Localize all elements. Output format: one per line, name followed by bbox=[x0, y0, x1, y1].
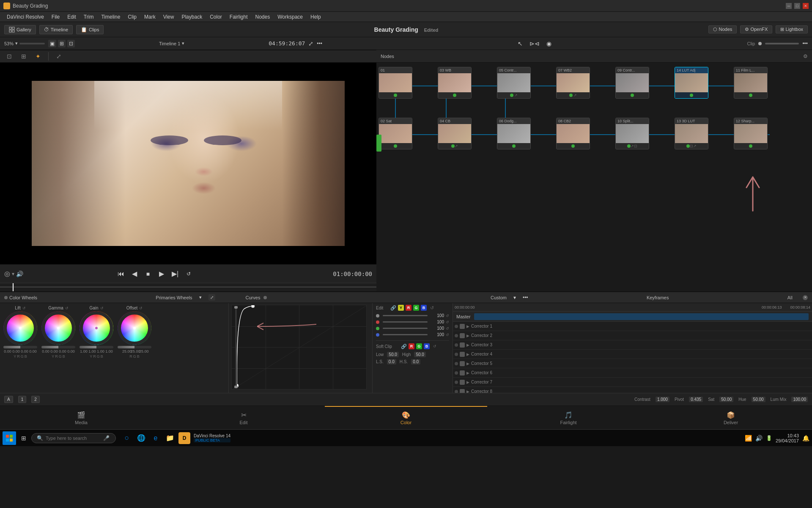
tab-deliver[interactable]: 📦 Deliver bbox=[650, 406, 812, 429]
timeline-scrubber[interactable] bbox=[0, 283, 376, 291]
gain-scrubber[interactable] bbox=[80, 346, 113, 348]
lum-mix-value[interactable]: 100.00 bbox=[791, 397, 808, 402]
channel-y-btn[interactable]: Y bbox=[398, 305, 404, 311]
view-btn-1[interactable]: ▣ bbox=[48, 40, 56, 47]
primaries-dropdown[interactable]: ▾ bbox=[199, 295, 202, 300]
menu-mark[interactable]: Mark bbox=[141, 13, 159, 21]
custom-dropdown[interactable]: ▾ bbox=[513, 295, 516, 301]
view-btn-2[interactable]: ⊞ bbox=[58, 40, 66, 47]
cortana-icon[interactable]: ○ bbox=[121, 432, 133, 444]
clip-slider[interactable] bbox=[765, 43, 799, 44]
notification-icon[interactable]: 🔔 bbox=[802, 435, 809, 442]
tab-edit[interactable]: ✂ Edit bbox=[162, 406, 325, 429]
kf-corrector-6[interactable]: ▶ Corrector 6 bbox=[453, 368, 812, 378]
lift-wheel[interactable] bbox=[3, 311, 37, 345]
node-03[interactable]: 03 WB bbox=[438, 67, 472, 99]
soft-clip-b-btn[interactable]: B bbox=[424, 343, 430, 349]
view-btn-3[interactable]: ⊡ bbox=[67, 40, 75, 47]
hs-value[interactable]: 0.0 bbox=[411, 359, 420, 364]
kf-corrector-5[interactable]: ▶ Corrector 5 bbox=[453, 359, 812, 368]
ls-value[interactable]: 0.0 bbox=[387, 359, 396, 364]
gamma-wheel[interactable] bbox=[41, 311, 75, 345]
nodes-button[interactable]: ⬡ Nodes bbox=[708, 25, 737, 33]
channel-g-slider[interactable] bbox=[383, 328, 428, 329]
more-options-icon[interactable]: ••• bbox=[317, 41, 322, 47]
channel-b-reset[interactable]: ↺ bbox=[446, 333, 449, 337]
node-08[interactable]: 08 CB2 bbox=[556, 118, 590, 149]
node-06[interactable]: 06 Dodg... bbox=[497, 118, 531, 149]
channel-r-reset[interactable]: ↺ bbox=[446, 320, 449, 324]
window-controls[interactable]: ─ □ ✕ bbox=[786, 3, 809, 9]
playback-dropdown[interactable]: ▾ bbox=[12, 271, 14, 277]
volume-tray-icon[interactable]: 🔊 bbox=[755, 435, 763, 442]
tab-color[interactable]: 🎨 Color bbox=[325, 406, 487, 429]
num1-button[interactable]: 1 bbox=[18, 396, 27, 403]
kf-corrector-3[interactable]: ▶ Corrector 3 bbox=[453, 340, 812, 350]
edge-icon[interactable]: e bbox=[150, 432, 162, 444]
node-09[interactable]: 09 Contr... bbox=[615, 67, 649, 99]
node-13[interactable]: 13 3D LUT ⊡↗ bbox=[675, 118, 708, 149]
video-preview[interactable] bbox=[0, 63, 376, 264]
gallery-button[interactable]: Gallery bbox=[4, 25, 36, 34]
trim-tool[interactable]: ⊳⊲ bbox=[528, 39, 541, 48]
network-icon[interactable]: 📶 bbox=[745, 435, 752, 442]
node-14[interactable]: 14 LUT Adj bbox=[675, 67, 708, 99]
expand-icon[interactable]: ⤢ bbox=[308, 40, 313, 47]
cursor-tool[interactable]: ↖ bbox=[516, 39, 524, 48]
node-01[interactable]: 01 bbox=[379, 67, 412, 99]
openfx-button[interactable]: ⚙ OpenFX bbox=[740, 25, 772, 33]
menu-edit[interactable]: Edit bbox=[64, 13, 80, 21]
node-07[interactable]: 07 WB2 ↗ bbox=[556, 67, 590, 99]
transform-tool[interactable]: ⤢ bbox=[53, 50, 65, 62]
contrast-value[interactable]: 1.000 bbox=[656, 397, 669, 402]
node-12[interactable]: 12 Sharp... bbox=[734, 118, 768, 149]
link-icon[interactable]: 🔗 bbox=[390, 305, 396, 311]
edit-reset[interactable]: ↺ bbox=[430, 305, 434, 311]
menu-color[interactable]: Color bbox=[206, 13, 225, 21]
primaries-expand[interactable]: ⤢ bbox=[208, 294, 215, 301]
soft-clip-r-btn[interactable]: R bbox=[409, 343, 414, 349]
close-btn[interactable]: ✕ bbox=[803, 3, 809, 9]
custom-options[interactable]: ••• bbox=[523, 295, 528, 301]
kf-corrector-1[interactable]: ▶ Corrector 1 bbox=[453, 322, 812, 331]
timeline-button[interactable]: ⏱ Timeline bbox=[39, 25, 73, 34]
play-button[interactable]: ▶ bbox=[156, 269, 167, 279]
lightbox-button[interactable]: ⊞ Lightbox bbox=[776, 25, 808, 33]
step-back-button[interactable]: ◀ bbox=[129, 269, 140, 279]
taskview-button[interactable]: ⊞ bbox=[18, 432, 30, 444]
input-bottom-handle[interactable] bbox=[234, 386, 238, 388]
a-button[interactable]: A bbox=[4, 396, 13, 403]
menu-davinci[interactable]: DaVinci Resolve bbox=[3, 13, 47, 21]
scrubber-playhead[interactable] bbox=[13, 283, 14, 291]
microphone-icon[interactable]: 🎤 bbox=[103, 435, 110, 441]
offset-wheel[interactable] bbox=[118, 311, 151, 345]
tool-btn-1[interactable]: ⊡ bbox=[3, 50, 15, 62]
node-05[interactable]: 05 Contr... ↗ bbox=[497, 67, 531, 99]
clip-options[interactable]: ••• bbox=[802, 41, 808, 47]
menu-clip[interactable]: Clip bbox=[124, 13, 140, 21]
marker-tool[interactable]: ◉ bbox=[545, 39, 553, 48]
channel-g-reset[interactable]: ↺ bbox=[446, 326, 449, 331]
channel-b-slider[interactable] bbox=[383, 334, 428, 335]
minimize-btn[interactable]: ─ bbox=[786, 3, 792, 9]
channel-y-reset[interactable]: ↺ bbox=[446, 314, 449, 318]
taskbar-start-button[interactable] bbox=[3, 431, 16, 445]
gamma-scrubber[interactable] bbox=[41, 346, 75, 348]
explorer-icon[interactable]: 📁 bbox=[164, 432, 176, 444]
tab-fairlight[interactable]: 🎵 Fairlight bbox=[487, 406, 650, 429]
hue-value[interactable]: 50.00 bbox=[752, 397, 765, 402]
input-top-handle[interactable] bbox=[234, 306, 238, 309]
menu-nodes[interactable]: Nodes bbox=[252, 13, 274, 21]
tab-media[interactable]: 🎬 Media bbox=[0, 406, 162, 429]
kf-corrector-8[interactable]: ▶ Corrector 8 bbox=[453, 387, 812, 393]
tool-btn-2[interactable]: ⊞ bbox=[18, 50, 30, 62]
zoom-slider[interactable] bbox=[19, 43, 45, 44]
step-forward-button[interactable]: ▶| bbox=[170, 269, 180, 279]
menu-help[interactable]: Help bbox=[307, 13, 324, 21]
high-value[interactable]: 50.0 bbox=[414, 352, 425, 357]
channel-r-btn[interactable]: R bbox=[406, 305, 411, 311]
tool-btn-3[interactable]: ✦ bbox=[32, 50, 44, 62]
offset-scrubber[interactable] bbox=[118, 346, 151, 348]
menu-file[interactable]: File bbox=[48, 13, 63, 21]
soft-clip-link[interactable]: 🔗 bbox=[401, 344, 407, 349]
